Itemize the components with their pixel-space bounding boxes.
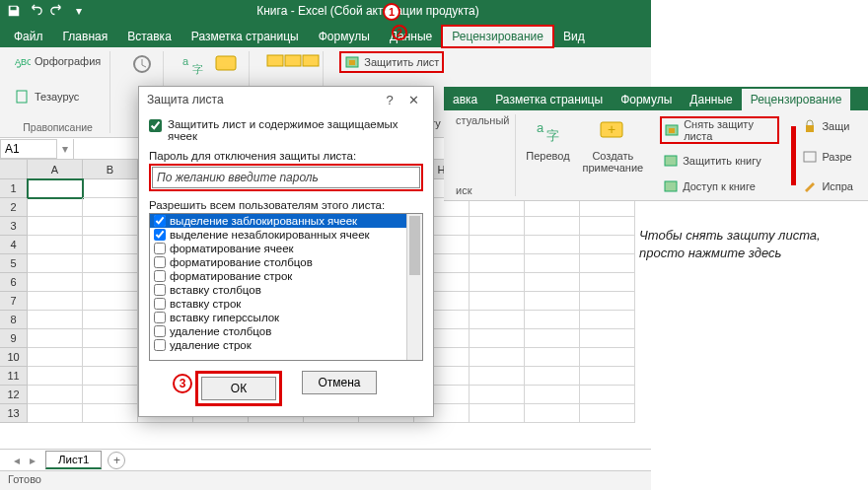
permission-checkbox[interactable]: [154, 270, 166, 282]
cell[interactable]: [83, 386, 138, 404]
permission-checkbox[interactable]: [154, 298, 166, 310]
permission-checkbox[interactable]: [154, 312, 166, 323]
permission-item[interactable]: вставку строк: [150, 297, 422, 311]
cell[interactable]: [525, 348, 580, 367]
cell[interactable]: [525, 367, 580, 386]
tab-data[interactable]: Данные: [380, 26, 442, 47]
cell[interactable]: [470, 236, 525, 254]
cell[interactable]: [83, 404, 138, 423]
cell[interactable]: [83, 273, 138, 292]
cell[interactable]: [470, 273, 525, 292]
listbox-scrollbar[interactable]: [406, 214, 422, 360]
name-box-dropdown-icon[interactable]: ▾: [57, 142, 73, 156]
cell[interactable]: [580, 348, 635, 367]
cell[interactable]: [28, 198, 83, 217]
permission-checkbox[interactable]: [154, 284, 166, 296]
cell[interactable]: [83, 198, 138, 217]
protect-sheet-button[interactable]: Защитить лист: [339, 51, 444, 73]
cell[interactable]: [470, 367, 525, 386]
comment-icon-1[interactable]: [265, 51, 281, 67]
cell[interactable]: [470, 292, 525, 311]
cell[interactable]: [28, 367, 83, 386]
cell[interactable]: [28, 404, 83, 423]
cell[interactable]: [28, 311, 83, 329]
tab-view[interactable]: Вид: [553, 26, 595, 47]
cell[interactable]: [580, 254, 635, 273]
column-header[interactable]: B: [83, 160, 138, 178]
cell[interactable]: [83, 329, 138, 348]
cell[interactable]: [525, 404, 580, 423]
track-changes-button[interactable]: Испра: [799, 176, 856, 196]
cell[interactable]: [580, 236, 635, 254]
permission-item[interactable]: выделение заблокированных ячеек: [150, 214, 422, 228]
row-header[interactable]: 2: [0, 198, 28, 217]
new-comment-icon-small[interactable]: [213, 51, 243, 81]
cell[interactable]: [525, 236, 580, 254]
save-icon[interactable]: [4, 2, 24, 20]
dialog-help-icon[interactable]: ?: [378, 93, 401, 107]
row-header[interactable]: 10: [0, 348, 28, 367]
permission-checkbox[interactable]: [154, 243, 166, 254]
tab-page-layout[interactable]: Разметка страницы: [181, 26, 309, 47]
tab2-data[interactable]: Данные: [681, 89, 741, 110]
cell[interactable]: [470, 311, 525, 329]
cancel-button[interactable]: Отмена: [302, 371, 377, 394]
cell[interactable]: [470, 329, 525, 348]
cell[interactable]: [28, 254, 83, 273]
cell[interactable]: [525, 254, 580, 273]
cell[interactable]: [525, 386, 580, 404]
add-sheet-button[interactable]: +: [108, 452, 125, 469]
tab2-formulas[interactable]: Формулы: [612, 89, 681, 110]
row-header[interactable]: 4: [0, 236, 28, 254]
ok-button[interactable]: ОК: [201, 377, 276, 400]
redo-icon[interactable]: [47, 2, 67, 20]
dialog-close-icon[interactable]: ✕: [401, 93, 425, 107]
cell[interactable]: [83, 367, 138, 386]
permission-item[interactable]: удаление строк: [150, 338, 422, 352]
cell[interactable]: [580, 404, 635, 423]
cell[interactable]: [83, 292, 138, 311]
cell[interactable]: [580, 311, 635, 329]
comment-icon-2[interactable]: [283, 51, 299, 67]
row-header[interactable]: 1: [0, 179, 28, 198]
permission-checkbox[interactable]: [154, 339, 166, 351]
scrollbar-thumb[interactable]: [409, 216, 420, 275]
name-box[interactable]: A1: [0, 139, 57, 159]
cell[interactable]: [580, 273, 635, 292]
protect-contents-check-input[interactable]: [149, 119, 162, 132]
sheet-tab-1[interactable]: Лист1: [45, 451, 102, 469]
cell[interactable]: [83, 236, 138, 254]
permission-checkbox[interactable]: [154, 229, 166, 241]
row-header[interactable]: 11: [0, 367, 28, 386]
cell[interactable]: [83, 311, 138, 329]
permission-checkbox[interactable]: [154, 256, 166, 268]
cell[interactable]: [28, 329, 83, 348]
permission-item[interactable]: удаление столбцов: [150, 324, 422, 338]
cell[interactable]: [470, 254, 525, 273]
permission-item[interactable]: выделение незаблокированных ячеек: [150, 228, 422, 242]
sheet-nav-prev-icon[interactable]: ◂: [10, 454, 24, 467]
smart-lookup-icon[interactable]: [127, 51, 157, 81]
spelling-button[interactable]: ABCОрфография: [12, 51, 104, 71]
permission-item[interactable]: вставку гиперссылок: [150, 311, 422, 324]
qat-dropdown-icon[interactable]: ▾: [69, 2, 89, 20]
permission-item[interactable]: форматирование строк: [150, 269, 422, 283]
translate-icon-small[interactable]: а字: [180, 51, 209, 81]
tab-formulas[interactable]: Формулы: [309, 26, 380, 47]
comment-icon-3[interactable]: [301, 51, 317, 67]
cell[interactable]: [525, 329, 580, 348]
row-header[interactable]: 13: [0, 404, 28, 423]
cell[interactable]: [470, 386, 525, 404]
cell[interactable]: [28, 217, 83, 236]
cell[interactable]: [83, 179, 138, 198]
permission-item[interactable]: форматирование ячеек: [150, 242, 422, 255]
tab-review[interactable]: Рецензирование: [442, 26, 553, 47]
cell[interactable]: [470, 404, 525, 423]
cell[interactable]: [470, 348, 525, 367]
cell[interactable]: [580, 217, 635, 236]
permissions-listbox[interactable]: выделение заблокированных ячееквыделение…: [149, 213, 423, 361]
permission-checkbox[interactable]: [154, 215, 166, 227]
cell[interactable]: [28, 273, 83, 292]
sheet-nav-next-icon[interactable]: ▸: [26, 454, 39, 467]
tab2-review[interactable]: Рецензирование: [742, 89, 851, 110]
